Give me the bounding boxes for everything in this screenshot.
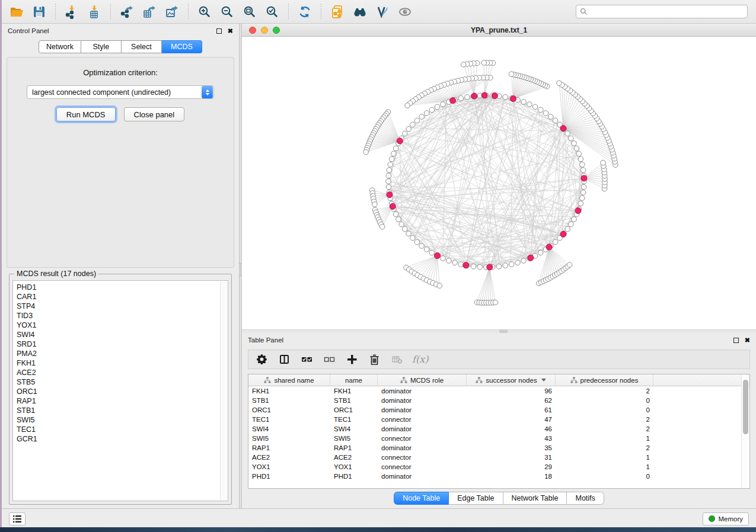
new-network-from-selection-button[interactable] (327, 3, 347, 21)
tab-node-table[interactable]: Node Table (394, 492, 449, 505)
mcds-result-title: MCDS result (17 nodes) (14, 270, 98, 278)
add-column-button[interactable] (344, 352, 359, 367)
mcds-result-item[interactable]: GCR1 (17, 434, 228, 444)
deselect-all-checkboxes-button[interactable] (322, 352, 336, 367)
control-panel-header: Control Panel ✖ (2, 24, 239, 38)
column-visibility-button[interactable] (277, 352, 291, 367)
mcds-result-item[interactable]: PHD1 (17, 283, 228, 292)
scrollbar-thumb[interactable] (743, 380, 748, 434)
table-row[interactable]: STB1STB1dominator620 (248, 396, 749, 405)
open-session-button[interactable] (7, 3, 27, 21)
mcds-result-item[interactable]: STB1 (17, 406, 228, 415)
table-row[interactable]: ACE2ACE2connector311 (248, 453, 749, 462)
search-input[interactable] (591, 8, 744, 16)
mcds-result-item[interactable]: STP4 (17, 302, 228, 311)
table-row[interactable]: RAP1RAP1dominator352 (248, 443, 749, 453)
mcds-result-item[interactable]: RAP1 (17, 396, 228, 406)
close-panel-icon[interactable]: ✖ (228, 28, 233, 34)
show-style-button[interactable] (372, 3, 393, 21)
divider-grip[interactable] (499, 330, 508, 333)
export-network-button[interactable] (117, 3, 137, 21)
cell-shared-name: STB1 (248, 397, 330, 404)
close-panel-icon[interactable]: ✖ (745, 337, 750, 344)
task-history-button[interactable] (9, 512, 25, 525)
tab-mcds[interactable]: MCDS (162, 40, 202, 53)
mcds-result-item[interactable]: TID3 (17, 311, 228, 321)
export-table-button[interactable] (139, 3, 160, 21)
deselect-all-checkboxes-icon (324, 354, 335, 365)
tab-edge-table[interactable]: Edge Table (449, 492, 503, 505)
tab-network[interactable]: Network (39, 40, 81, 53)
mcds-result-item[interactable]: STB5 (17, 377, 228, 387)
column-header-predecessor-nodes[interactable]: predecessor nodes (556, 374, 653, 386)
cell-MCDS-role: dominator (378, 473, 467, 480)
mcds-result-item[interactable]: PMA2 (17, 349, 228, 358)
cell-MCDS-role: dominator (378, 406, 467, 414)
float-panel-icon[interactable] (733, 338, 739, 343)
zoom-out-button[interactable] (217, 3, 237, 21)
mcds-result-item[interactable]: CAR1 (17, 292, 228, 302)
horizontal-split-divider[interactable] (242, 330, 756, 333)
network-titlebar[interactable]: YPA_prune.txt_1 (242, 24, 756, 37)
tab-select[interactable]: Select (122, 40, 162, 53)
toolbar-separator (188, 4, 189, 20)
zoom-selected-button[interactable] (262, 3, 282, 21)
table-row[interactable]: ORC1ORC1dominator610 (248, 405, 749, 415)
network-graph[interactable] (242, 37, 756, 329)
main-toolbar (2, 0, 756, 24)
cell-predecessor-nodes: 0 (556, 473, 653, 480)
mcds-result-item[interactable]: ORC1 (17, 387, 228, 396)
mcds-result-item[interactable]: SRD1 (17, 339, 228, 349)
close-panel-button[interactable]: Close panel (124, 107, 185, 121)
column-label: successor nodes (486, 377, 537, 384)
cell-MCDS-role: dominator (378, 444, 467, 451)
column-header-name[interactable]: name (330, 374, 378, 386)
table-row[interactable]: SWI4SWI4dominator462 (248, 424, 749, 434)
column-header-MCDS-role[interactable]: MCDS role (378, 374, 467, 386)
zoom-in-button[interactable] (194, 3, 215, 21)
delete-columns-button[interactable] (367, 352, 381, 367)
export-image-button[interactable] (162, 3, 182, 21)
toolbar-separator (110, 4, 111, 20)
table-scrollbar[interactable] (741, 375, 749, 488)
save-session-button[interactable] (29, 3, 49, 21)
network-canvas[interactable] (242, 37, 756, 329)
table-row[interactable]: TEC1TEC1connector472 (248, 415, 749, 424)
mcds-result-item[interactable]: ACE2 (17, 368, 228, 377)
mcds-result-item[interactable]: TEC1 (17, 425, 228, 434)
optimization-criterion-select[interactable]: largest connected component (undirected) (27, 85, 214, 99)
table-row[interactable]: FKH1FKH1dominator962 (248, 386, 749, 396)
mcds-result-item[interactable]: SWI5 (17, 415, 228, 425)
attribute-type-icon (264, 377, 271, 384)
tab-network-table[interactable]: Network Table (503, 492, 567, 505)
table-row[interactable]: SWI5SWI5connector431 (248, 434, 749, 443)
mcds-result-list[interactable]: PHD1CAR1STP4TID3YOX1SWI4SRD1PMA2FKH1ACE2… (12, 280, 228, 501)
first-neighbors-button[interactable] (350, 3, 370, 21)
apply-layout-button[interactable] (295, 3, 315, 21)
import-network-button[interactable] (62, 3, 82, 21)
settings-gear-button[interactable] (254, 352, 269, 367)
zoom-fit-button[interactable] (240, 3, 260, 21)
mcds-result-item[interactable]: SWI4 (17, 330, 228, 339)
float-panel-icon[interactable] (216, 28, 222, 34)
show-hide-graphics-icon (398, 5, 412, 19)
tab-motifs[interactable]: Motifs (567, 492, 604, 505)
run-mcds-button[interactable]: Run MCDS (56, 107, 116, 121)
table-panel: Table Panel ✖ f(x) shared namenameMCDS r… (242, 333, 756, 508)
column-header-successor-nodes[interactable]: successor nodes (467, 374, 556, 386)
column-header-shared-name[interactable]: shared name (248, 374, 330, 386)
select-stepper-icon (202, 86, 213, 98)
memory-button[interactable]: Memory (703, 512, 749, 525)
table-row[interactable]: YOX1YOX1connector291 (248, 462, 749, 472)
table-row[interactable]: PHD1PHD1dominator180 (248, 472, 749, 481)
show-style-icon (375, 5, 390, 19)
column-label: shared name (274, 377, 314, 384)
show-hide-graphics-button[interactable] (395, 3, 415, 21)
select-all-checkboxes-button[interactable] (299, 352, 314, 367)
mcds-result-item[interactable]: FKH1 (17, 358, 228, 368)
result-list-scrollbar[interactable] (220, 281, 227, 500)
import-table-button[interactable] (84, 3, 104, 21)
tab-style[interactable]: Style (81, 40, 122, 53)
mcds-result-item[interactable]: YOX1 (17, 321, 228, 330)
search-box[interactable] (576, 5, 748, 18)
